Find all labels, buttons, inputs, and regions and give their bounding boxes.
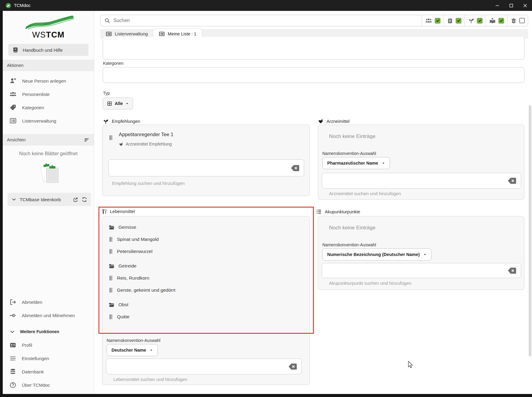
lebensmittel-search-input[interactable]	[106, 364, 288, 369]
sidebar-item-ueber-tcmdoc[interactable]: Über TCMdoc	[3, 378, 94, 392]
lebensmittel-naming-dropdown[interactable]: Deutscher Name	[107, 344, 158, 356]
sidebar-item-abmelden[interactable]: Abmelden	[3, 295, 94, 309]
sidebar-item-label: Listenverwaltung	[22, 118, 56, 123]
food-item-label: Petersilienwurzel	[117, 249, 152, 254]
checkbox-checked[interactable]	[477, 18, 483, 24]
section-title: Arzneimittel	[327, 119, 350, 124]
sidebar-item-label: Abmelden	[22, 300, 42, 305]
fork-knife-icon	[101, 209, 107, 214]
sidebar-item-abmelden-mitnehmen[interactable]: Abmelden und Mitnehmen	[3, 309, 94, 322]
arzneimittel-header: Arzneimittel	[318, 118, 350, 124]
external-link-icon[interactable]	[73, 197, 78, 202]
checkbox-checked[interactable]	[435, 18, 441, 24]
sidebar-item-weitere-funktionen[interactable]: Weitere Funktionen	[3, 325, 94, 338]
sidebar-item-profil[interactable]: Profil	[3, 338, 94, 352]
sidebar-item-handbuch[interactable]: Handbuch und Hilfe	[8, 44, 88, 56]
checkbox-checked[interactable]	[498, 18, 504, 24]
food-item-label: Gerste, gekeimt und gedörrt	[117, 287, 175, 293]
checkbox-checked[interactable]	[456, 18, 461, 24]
sidebar-item-label: Abmelden und Mitnehmen	[22, 313, 75, 318]
refresh-icon[interactable]	[81, 197, 87, 202]
toggle-persons[interactable]	[422, 15, 444, 26]
lebensmittel-hint: Lebensmittel suchen und hinzufügen	[113, 377, 187, 382]
search-input[interactable]	[113, 18, 422, 23]
recommendation-item-title[interactable]: Appetitanregender Tee 1	[119, 132, 173, 137]
drag-handle-icon[interactable]	[110, 237, 112, 242]
tag-icon	[9, 104, 17, 111]
recommendation-item-subtitle: Arzneimittel Empfehlung	[119, 142, 172, 146]
mortar-pestle-icon	[318, 118, 324, 124]
close-icon	[523, 4, 527, 8]
akupunkturpunkte-naming-dropdown[interactable]: Numerische Bezeichnung (Deutscher Name)	[322, 248, 431, 261]
naming-label: Namenskonvention-Auswahl	[322, 242, 376, 247]
typ-dropdown[interactable]: Alle	[103, 97, 133, 110]
drag-handle-icon[interactable]	[110, 288, 112, 293]
empfehlungen-card: Appetitanregender Tee 1 Arzneimittel Emp…	[102, 125, 310, 196]
minimize-icon	[495, 4, 499, 8]
sidebar-item-label: Handbuch und Hilfe	[23, 48, 63, 53]
clear-input-button[interactable]	[288, 363, 297, 370]
toggle-recommendations[interactable]	[464, 15, 486, 26]
food-group-row[interactable]: Gemüse	[108, 221, 304, 233]
logo-tcm: TCM	[46, 30, 65, 39]
subtitle-text: Arzneimittel Empfehlung	[126, 142, 172, 146]
food-group-row[interactable]: Getreide	[108, 260, 304, 272]
vertical-scrollbar[interactable]	[529, 105, 531, 356]
views-empty-text: Noch keine Blätter geöffnet	[3, 151, 94, 156]
food-item-row[interactable]: Gerste, gekeimt und gedörrt	[108, 284, 304, 296]
app-title: TCMdoc	[14, 3, 31, 8]
maximize-button[interactable]	[504, 0, 518, 11]
chevron-down-icon[interactable]	[11, 197, 17, 202]
food-group-name: Gemüse	[118, 225, 136, 230]
question-circle-icon	[9, 382, 16, 389]
drag-handle-icon[interactable]	[110, 249, 112, 254]
sidebar-item-label: Neue Person anlegen	[22, 78, 66, 84]
sidebar-item-einstellungen[interactable]: Einstellungen	[3, 352, 94, 365]
arzneimittel-search-input[interactable]	[322, 178, 507, 183]
tcmbase-ideenkorb-row[interactable]: TCMbase Ideenkorb	[8, 193, 91, 206]
food-item-row[interactable]: Quitte	[108, 311, 304, 323]
book-reader-icon	[489, 17, 496, 24]
checkbox-unchecked[interactable]	[519, 18, 525, 23]
list-icon	[316, 209, 322, 215]
list-icon	[9, 117, 17, 124]
sidebar-item-datenbank[interactable]: Datenbank	[3, 365, 94, 378]
caret-down-icon	[382, 162, 385, 165]
food-group-row[interactable]: Obst	[108, 299, 304, 311]
seedling-icon	[468, 17, 474, 24]
clear-input-button[interactable]	[507, 267, 517, 274]
clear-input-button[interactable]	[507, 177, 517, 184]
name-field[interactable]	[103, 37, 524, 60]
toggle-trash[interactable]	[507, 15, 528, 26]
arzneimittel-search-field	[322, 173, 521, 189]
close-button[interactable]	[518, 0, 532, 11]
drag-handle-icon[interactable]	[110, 314, 112, 319]
food-item-row[interactable]: Petersilienwurzel	[108, 245, 304, 258]
backspace-icon	[288, 363, 297, 370]
sort-lines-icon[interactable]	[84, 137, 90, 143]
folder-open-icon	[108, 224, 115, 231]
app-logo-icon	[6, 3, 11, 8]
toggle-handbook[interactable]	[486, 15, 507, 26]
minimize-button[interactable]	[490, 0, 504, 11]
kategorien-field[interactable]	[103, 67, 524, 83]
food-item-label: Spinat und Mangold	[117, 237, 159, 242]
sidebar-item-kategorien[interactable]: Kategorien	[3, 101, 94, 114]
arzneimittel-naming-dropdown[interactable]: Pharmazeutischer Name	[322, 157, 390, 169]
grid-icon	[107, 101, 112, 106]
drag-handle-icon[interactable]	[110, 276, 112, 281]
sidebar-item-listenverwaltung[interactable]: Listenverwaltung	[3, 114, 94, 127]
caret-down-icon	[125, 102, 129, 105]
sidebar-item-personenliste[interactable]: Personenliste	[3, 87, 94, 101]
food-item-row[interactable]: Reis, Rundkorn	[108, 272, 304, 284]
typ-label: Typ	[103, 91, 110, 96]
sidebar-item-neue-person[interactable]: Neue Person anlegen	[3, 74, 94, 87]
food-item-row[interactable]: Spinat und Mangold	[108, 233, 304, 245]
toggle-lists[interactable]	[444, 15, 464, 26]
drag-handle-icon[interactable]	[110, 135, 112, 140]
folder-open-icon	[108, 302, 115, 308]
clear-input-button[interactable]	[291, 165, 300, 172]
caret-down-icon	[423, 253, 427, 256]
empfehlung-search-input[interactable]	[109, 166, 291, 171]
akupunkturpunkt-search-input[interactable]	[322, 268, 507, 273]
